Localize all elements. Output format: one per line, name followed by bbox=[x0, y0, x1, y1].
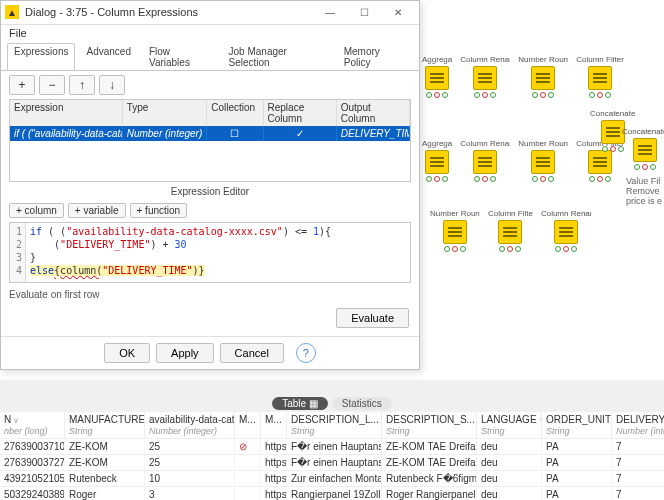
cell: F�r einen Hauptans... bbox=[287, 455, 382, 470]
minimize-button[interactable]: — bbox=[313, 1, 347, 23]
col-4[interactable]: M... bbox=[261, 412, 287, 438]
col-3[interactable]: M... bbox=[235, 412, 261, 438]
evaluate-button[interactable]: Evaluate bbox=[336, 308, 409, 328]
cancel-button[interactable]: Cancel bbox=[220, 343, 284, 363]
cell: ZE-KOM bbox=[65, 455, 145, 470]
menubar[interactable]: File bbox=[1, 25, 419, 41]
cell: ZE-KOM TAE Dreifac... bbox=[382, 439, 477, 454]
titlebar[interactable]: ▲ Dialog - 3:75 - Column Expressions — ☐… bbox=[1, 1, 419, 25]
col-type[interactable]: Type bbox=[123, 100, 208, 126]
dock-tab-table[interactable]: Table ▦ bbox=[272, 397, 328, 410]
cell-replace[interactable]: ✓ bbox=[264, 126, 337, 141]
cell: ZE-KOM bbox=[65, 439, 145, 454]
maximize-button[interactable]: ☐ bbox=[347, 1, 381, 23]
node[interactable]: Column Renam bbox=[460, 140, 510, 182]
node[interactable]: Number Rounder bbox=[430, 210, 480, 252]
cell: 7 bbox=[612, 487, 664, 500]
col-7[interactable]: LANGUAGE∨String bbox=[477, 412, 542, 438]
close-button[interactable]: ✕ bbox=[381, 1, 415, 23]
dialog-title: Dialog - 3:75 - Column Expressions bbox=[25, 6, 313, 18]
cell-output: DELIVERY_TIME bbox=[337, 126, 410, 141]
code-body[interactable]: if ( ("availability-data-catalog-xxxx.cs… bbox=[26, 223, 410, 282]
cell: 3 bbox=[145, 487, 235, 500]
cell: 7 bbox=[612, 471, 664, 486]
cell: Rangierpanel 19Zoll ... bbox=[287, 487, 382, 500]
col-2[interactable]: availability-data-catalog-xxxx.csv∨Numbe… bbox=[145, 412, 235, 438]
tab-memorypolicy[interactable]: Memory Policy bbox=[337, 43, 413, 70]
data-grid[interactable]: N∨nber (long) MANUFACTURE...∨String avai… bbox=[0, 412, 664, 500]
col-8[interactable]: ORDER_UNIT∨String bbox=[542, 412, 612, 438]
help-button[interactable]: ? bbox=[296, 343, 316, 363]
table-row[interactable]: 27639003727ZE-KOM25https...F�r einen Hau… bbox=[0, 455, 664, 471]
apply-button[interactable]: Apply bbox=[156, 343, 214, 363]
cell: 7 bbox=[612, 439, 664, 454]
col-1[interactable]: MANUFACTURE...∨String bbox=[65, 412, 145, 438]
code-editor[interactable]: 1 2 3 4 if ( ("availability-data-catalog… bbox=[9, 222, 411, 283]
col-collection[interactable]: Collection bbox=[207, 100, 263, 126]
insert-column-button[interactable]: + column bbox=[9, 203, 64, 218]
sort-icon[interactable]: ∨ bbox=[13, 416, 19, 425]
cell: Rutenbeck F�6figmutter... bbox=[382, 471, 477, 486]
cell: deu bbox=[477, 455, 542, 470]
col-0[interactable]: N∨nber (long) bbox=[0, 412, 65, 438]
col-expression[interactable]: Expression bbox=[10, 100, 123, 126]
cell: deu bbox=[477, 471, 542, 486]
cell: PA bbox=[542, 487, 612, 500]
node-concat[interactable]: Concatenate bbox=[622, 128, 664, 170]
col-output[interactable]: Output Column bbox=[337, 100, 410, 126]
column-headers[interactable]: N∨nber (long) MANUFACTURE...∨String avai… bbox=[0, 412, 664, 439]
editor-title: Expression Editor bbox=[1, 182, 419, 201]
insert-variable-button[interactable]: + variable bbox=[68, 203, 126, 218]
table-row[interactable]: 27639003710ZE-KOM25⊘https...F�r einen Ha… bbox=[0, 439, 664, 455]
node[interactable]: Column Renam bbox=[460, 56, 510, 98]
moveup-button[interactable]: ↑ bbox=[69, 75, 95, 95]
node[interactable]: Column Renamer bbox=[541, 210, 591, 252]
dock-tab-statistics[interactable]: Statistics bbox=[332, 397, 392, 410]
menu-file[interactable]: File bbox=[9, 27, 27, 39]
col-5[interactable]: DESCRIPTION_L...∨String bbox=[287, 412, 382, 438]
movedown-button[interactable]: ↓ bbox=[99, 75, 125, 95]
cell bbox=[235, 487, 261, 500]
expr-toolbar: + − ↑ ↓ bbox=[1, 71, 419, 99]
col-9[interactable]: DELIVERY_TIME∨Number (integer) bbox=[612, 412, 664, 438]
insert-function-button[interactable]: + function bbox=[130, 203, 188, 218]
node[interactable]: Column Filte bbox=[488, 210, 533, 252]
table-icon: ▦ bbox=[309, 398, 318, 409]
node[interactable]: Aggrega bbox=[422, 56, 452, 98]
dialog-window: ▲ Dialog - 3:75 - Column Expressions — ☐… bbox=[0, 0, 420, 370]
cell-expr: if ( ("availability-data-cata... bbox=[10, 126, 123, 141]
tab-expressions[interactable]: Expressions bbox=[7, 43, 75, 70]
cell: PA bbox=[542, 439, 612, 454]
evaluate-label: Evaluate on first row bbox=[1, 285, 419, 304]
cell-type: Number (integer) bbox=[123, 126, 208, 141]
cell: 27639003727 bbox=[0, 455, 65, 470]
node[interactable]: Number Rounde bbox=[518, 140, 568, 182]
cell: F�r einen Hauptans... bbox=[287, 439, 382, 454]
remove-button[interactable]: − bbox=[39, 75, 65, 95]
expression-table[interactable]: Expression Type Collection Replace Colum… bbox=[9, 99, 411, 182]
col-6[interactable]: DESCRIPTION_S...∨String bbox=[382, 412, 477, 438]
ok-button[interactable]: OK bbox=[104, 343, 150, 363]
node[interactable]: Column Filter bbox=[576, 56, 624, 98]
table-dock: Table ▦ Statistics N∨nber (long) MANUFAC… bbox=[0, 394, 664, 500]
add-button[interactable]: + bbox=[9, 75, 35, 95]
buttonbar: OK Apply Cancel ? bbox=[1, 336, 419, 369]
cell: deu bbox=[477, 439, 542, 454]
cell: https... bbox=[261, 439, 287, 454]
tab-flowvariables[interactable]: Flow Variables bbox=[142, 43, 218, 70]
tab-jobmanager[interactable]: Job Manager Selection bbox=[222, 43, 333, 70]
canvas-note: Value Fil Remove price is e bbox=[626, 176, 662, 206]
cell: https... bbox=[261, 471, 287, 486]
tab-advanced[interactable]: Advanced bbox=[79, 43, 137, 70]
table-row[interactable]: 43921052105Rutenbeck10https...Zur einfac… bbox=[0, 471, 664, 487]
table-row[interactable]: 50329240389Roger3https...Rangierpanel 19… bbox=[0, 487, 664, 500]
col-replace[interactable]: Replace Column bbox=[264, 100, 337, 126]
cell: 10 bbox=[145, 471, 235, 486]
node[interactable]: Aggrega bbox=[422, 140, 452, 182]
expression-row[interactable]: if ( ("availability-data-cata... Number … bbox=[10, 126, 410, 141]
cell: Rutenbeck bbox=[65, 471, 145, 486]
cell: Roger bbox=[65, 487, 145, 500]
node[interactable]: Number Rounde bbox=[518, 56, 568, 98]
gutter: 1 2 3 4 bbox=[10, 223, 26, 282]
cell-collection[interactable]: ☐ bbox=[207, 126, 263, 141]
